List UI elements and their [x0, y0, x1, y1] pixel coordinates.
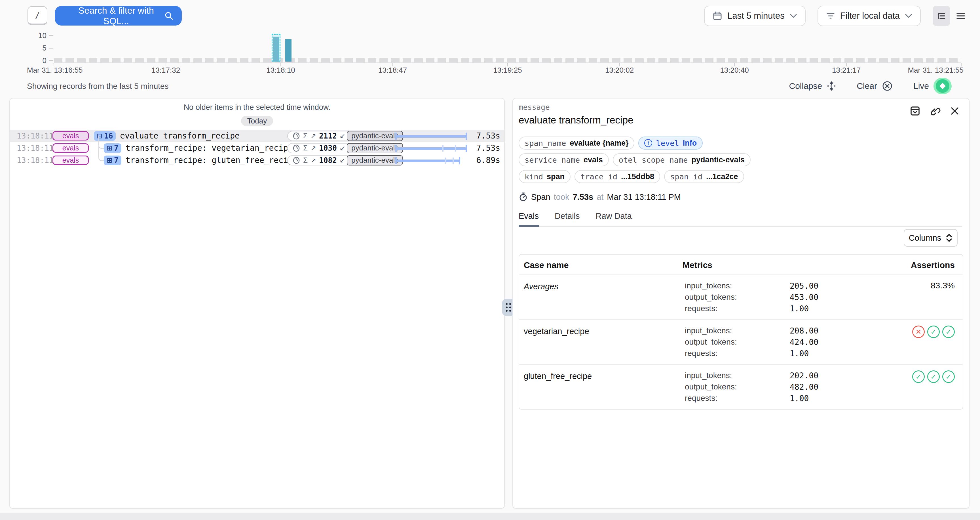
- span-name: evaluate transform_recipe: [120, 131, 239, 140]
- col-metrics: Metrics: [678, 255, 888, 274]
- tokens-in-arrow-icon: ↗: [310, 132, 316, 140]
- view-mode-toggle: [933, 6, 969, 26]
- span-id-chip[interactable]: span_id ...1ca2ce: [664, 170, 744, 183]
- tokens-in-arrow-icon: ↗: [310, 156, 316, 164]
- x-axis-tick-label: Mar 31. 13:21:55: [908, 66, 964, 75]
- live-indicator-icon: [934, 78, 951, 94]
- slash-shortcut-key: /: [27, 6, 47, 25]
- tree-view-button[interactable]: [933, 6, 950, 26]
- span-duration-bar: [395, 142, 469, 154]
- detail-tabs: Evals Details Raw Data: [519, 211, 962, 227]
- histogram-bar[interactable]: [285, 39, 291, 62]
- y-axis-tick-label: 5: [33, 44, 46, 53]
- dock-panel-icon[interactable]: [909, 105, 921, 117]
- search-icon: [164, 11, 174, 21]
- filter-label: Filter local data: [840, 11, 900, 21]
- empty-window-notice: No older items in the selected time wind…: [10, 103, 504, 112]
- expand-square-icon: ⊞: [107, 145, 112, 152]
- row-timestamp: 13:18:11: [17, 131, 54, 140]
- tree-view-icon: [936, 11, 947, 21]
- bottom-strip: [0, 513, 980, 520]
- x-axis-tick-label: 13:20:02: [605, 66, 634, 75]
- tokens-out-arrow-icon: ↙: [340, 156, 345, 164]
- y-axis-tick-label: 10: [33, 31, 46, 40]
- span-duration: 7.53s: [476, 144, 500, 153]
- span-duration-bar: [395, 130, 469, 142]
- x-axis-tick-label: 13:17:32: [151, 66, 180, 75]
- span-name: transform_recipe: gluten_free_recipe: [126, 156, 298, 165]
- close-icon[interactable]: [948, 105, 961, 117]
- span-duration-bar: [395, 155, 469, 166]
- time-range-button[interactable]: Last 5 minutes: [704, 6, 806, 26]
- assertion-icons: ✕✓✓: [888, 320, 963, 364]
- span-duration: 6.89s: [476, 156, 500, 165]
- tab-details[interactable]: Details: [555, 211, 580, 226]
- kind-chip[interactable]: kind span: [519, 170, 571, 183]
- calendar-icon: [713, 11, 722, 21]
- clear-circle-x-icon: [881, 80, 893, 92]
- coin-icon: [292, 156, 300, 164]
- collapse-icon: [827, 81, 836, 91]
- trace-row-child[interactable]: 13:18:11 evals ⊞ 7 transform_recipe: glu…: [10, 154, 504, 166]
- service-name-chip[interactable]: service_name evals: [519, 153, 609, 166]
- tab-evals[interactable]: Evals: [519, 211, 539, 227]
- clear-button[interactable]: Clear: [857, 80, 893, 92]
- assertion-icons: ✓✓✓: [888, 365, 963, 409]
- live-toggle[interactable]: Live: [913, 78, 951, 94]
- y-axis-tick: [49, 60, 53, 61]
- filter-icon: [826, 12, 835, 20]
- service-tag[interactable]: evals: [52, 144, 89, 153]
- chevron-down-icon: [790, 14, 797, 18]
- x-axis-tick-label: 13:18:10: [266, 66, 295, 75]
- sigma-icon: Σ: [303, 156, 308, 164]
- chevron-down-icon: [905, 14, 912, 18]
- service-tag[interactable]: evals: [52, 131, 89, 140]
- pass-check-icon: ✓: [927, 325, 940, 338]
- trace-row-child[interactable]: 13:18:11 evals ⊞ 7 transform_recipe: veg…: [10, 142, 504, 154]
- row-timestamp: 13:18:11: [17, 144, 54, 152]
- showing-records-text: Showing records from the last 5 minutes: [27, 82, 169, 91]
- y-axis-tick-label: 0: [33, 56, 46, 65]
- trace-row-root[interactable]: 13:18:11 evals ⊟ 16 evaluate transform_r…: [10, 130, 504, 142]
- evals-row-averages: Averages input_tokens:205.00 output_toke…: [519, 274, 963, 319]
- list-view-button[interactable]: [952, 6, 969, 26]
- expand-children-badge[interactable]: ⊞ 7: [104, 144, 121, 153]
- otel-scope-chip[interactable]: otel_scope_name pydantic-evals: [613, 153, 751, 166]
- trace-id-chip[interactable]: trace_id ...15ddb8: [574, 170, 660, 183]
- service-tag[interactable]: evals: [52, 156, 89, 165]
- pass-check-icon: ✓: [927, 370, 940, 383]
- topbar: / Search & filter with SQL... Last 5 min…: [0, 0, 980, 32]
- span-name-chip[interactable]: span_name evaluate {name}: [519, 137, 634, 150]
- tokens-in-arrow-icon: ↗: [310, 144, 316, 152]
- evals-table-header: Case name Metrics Assertions: [519, 255, 963, 274]
- fail-cross-icon: ✕: [912, 325, 925, 338]
- y-axis-tick: [49, 48, 53, 49]
- pass-check-icon: ✓: [942, 370, 955, 383]
- columns-button[interactable]: Columns: [904, 229, 958, 247]
- level-chip[interactable]: i level Info: [638, 137, 703, 150]
- filter-local-data-button[interactable]: Filter local data: [818, 6, 921, 26]
- pass-check-icon: ✓: [912, 370, 925, 383]
- search-label: Search & filter with SQL...: [68, 5, 164, 26]
- col-case-name: Case name: [519, 255, 678, 274]
- evals-row-vegetarian: vegetarian_recipe input_tokens:208.00 ou…: [519, 319, 963, 364]
- col-assertions: Assertions: [888, 255, 963, 274]
- span-detail-panel: message evaluate transform_recipe span_n…: [512, 98, 969, 509]
- span-duration: 7.53s: [476, 131, 500, 140]
- span-duration-line: Span took 7.53s at Mar 31 13:18:11 PM: [519, 192, 962, 202]
- copy-link-icon[interactable]: [929, 105, 941, 117]
- today-pill[interactable]: Today: [241, 116, 273, 126]
- record-kind-label: message: [519, 103, 962, 112]
- pass-check-icon: ✓: [942, 325, 955, 338]
- search-button[interactable]: Search & filter with SQL...: [55, 6, 182, 26]
- status-row: Showing records from the last 5 minutes …: [0, 77, 980, 95]
- tab-raw-data[interactable]: Raw Data: [596, 211, 632, 226]
- evals-table: Case name Metrics Assertions Averages in…: [519, 254, 963, 410]
- span-detail-title: evaluate transform_recipe: [519, 114, 962, 126]
- assertions-percentage: 83.3%: [888, 275, 963, 319]
- attribute-chips: span_name evaluate {name} i level Info s…: [519, 137, 962, 183]
- collapse-button[interactable]: Collapse: [789, 81, 837, 91]
- x-axis-tick-label: 13:21:17: [832, 66, 861, 75]
- x-axis-tick-label: 13:18:47: [378, 66, 407, 75]
- expand-children-badge[interactable]: ⊞ 7: [104, 156, 121, 165]
